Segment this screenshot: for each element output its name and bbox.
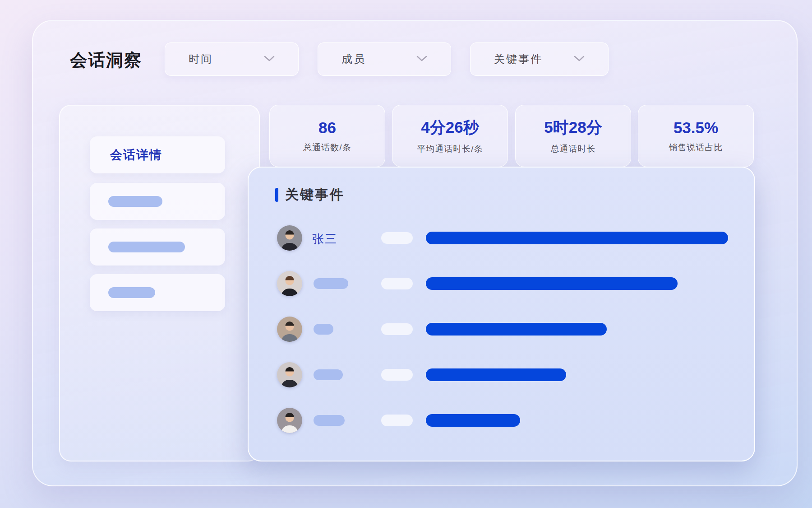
text-placeholder-pill: [108, 287, 155, 298]
title-accent-marker: [275, 188, 278, 202]
member-name-placeholder: [314, 415, 345, 426]
filter-dropdown-time[interactable]: 时间: [165, 42, 299, 76]
stat-value: 5时28分: [544, 117, 602, 138]
member-row: [249, 362, 754, 387]
conversation-list-panel: 会话详情: [59, 105, 260, 461]
key-events-card: 关键事件 张三: [248, 167, 755, 461]
avatar: [277, 225, 302, 251]
sidebar-item-placeholder[interactable]: [90, 228, 225, 266]
chevron-down-icon: [416, 55, 427, 63]
member-name-placeholder: [314, 369, 343, 380]
stat-label: 总通话数/条: [303, 142, 351, 154]
event-bar: [426, 277, 678, 290]
sidebar-item-conversation-detail[interactable]: 会话详情: [90, 136, 225, 173]
key-events-title: 关键事件: [285, 186, 345, 204]
event-count-pill: [381, 278, 413, 289]
event-bar: [426, 323, 607, 336]
avatar: [277, 362, 302, 387]
event-bar: [426, 414, 520, 427]
member-row: 张三: [249, 225, 754, 251]
stat-card-avg-duration: 4分26秒 平均通话时长/条: [392, 105, 508, 167]
avatar: [277, 271, 302, 296]
event-count-pill: [381, 323, 413, 335]
filter-dropdown-time-label: 时间: [189, 52, 213, 66]
page-title: 会话洞察: [70, 49, 142, 72]
filter-dropdown-member[interactable]: 成员: [318, 42, 451, 76]
member-row: [249, 317, 754, 342]
member-row: [249, 271, 754, 296]
stat-value: 4分26秒: [421, 117, 479, 138]
event-count-pill: [381, 369, 413, 381]
sidebar-item-placeholder[interactable]: [90, 274, 225, 311]
text-placeholder-pill: [108, 196, 162, 207]
member-name[interactable]: 张三: [312, 231, 337, 247]
stat-card-total-duration: 5时28分 总通话时长: [515, 105, 631, 167]
stat-label: 销售说话占比: [669, 142, 723, 154]
chevron-down-icon: [264, 55, 275, 63]
stat-value: 86: [318, 119, 336, 137]
member-name-placeholder: [314, 324, 333, 335]
stat-label: 总通话时长: [551, 143, 596, 155]
filter-dropdown-key-events-label: 关键事件: [494, 52, 543, 66]
member-name-placeholder: [314, 278, 348, 289]
chevron-down-icon: [574, 55, 585, 63]
filter-dropdown-key-events[interactable]: 关键事件: [470, 42, 609, 76]
avatar: [277, 408, 302, 433]
stat-value: 53.5%: [674, 119, 718, 137]
event-count-pill: [381, 415, 413, 426]
member-row: [249, 408, 754, 433]
event-bar: [426, 368, 566, 381]
avatar: [277, 317, 302, 342]
sidebar-item-placeholder[interactable]: [90, 183, 225, 220]
stat-card-talk-ratio: 53.5% 销售说话占比: [638, 105, 754, 167]
stat-label: 平均通话时长/条: [417, 143, 483, 155]
stat-card-total-calls: 86 总通话数/条: [269, 105, 385, 167]
event-count-pill: [381, 232, 413, 244]
text-placeholder-pill: [108, 242, 185, 252]
filter-dropdown-member-label: 成员: [341, 52, 366, 66]
sidebar-item-label: 会话详情: [110, 147, 162, 163]
key-events-header: 关键事件: [275, 186, 345, 204]
event-bar: [426, 232, 728, 244]
